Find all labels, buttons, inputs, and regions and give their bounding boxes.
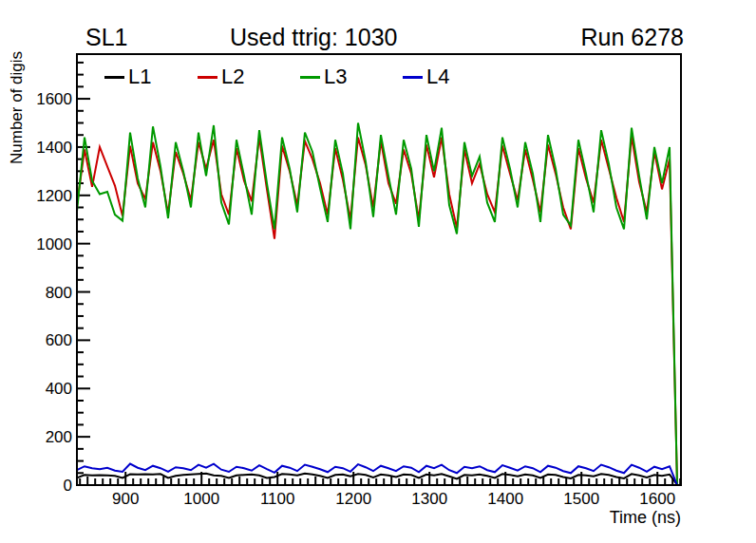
x-tick-label: 1200 (335, 490, 371, 508)
y-tick-label: 800 (46, 284, 72, 302)
legend-entry-l2: L2 (198, 65, 244, 89)
y-tick-label: 400 (46, 380, 72, 398)
legend-label-l2: L2 (221, 65, 244, 89)
x-tick-label: 1300 (411, 490, 447, 508)
x-tick-label: 1400 (487, 490, 523, 508)
legend-entry-l3: L3 (300, 65, 347, 89)
pad-title: Used ttrig: 1030 (230, 24, 398, 51)
y-tick-label: 1400 (36, 139, 72, 157)
y-tick-label: 1000 (36, 235, 72, 253)
legend-marker-l2-icon (198, 76, 217, 79)
legend-marker-l3-icon (300, 76, 320, 79)
x-tick-label: 1500 (563, 490, 599, 508)
root-canvas: 0200400600800100012001400160090010001100… (0, 0, 756, 543)
x-tick-label: 1100 (260, 490, 295, 508)
plot-frame (77, 54, 681, 485)
y-tick-label: 200 (46, 428, 72, 446)
y-axis-title: Number of digis (8, 51, 27, 164)
axis-ticks (78, 63, 680, 485)
legend-label-l3: L3 (324, 65, 347, 89)
legend: L1 L2 L3 L4 (0, 65, 756, 89)
x-tick-label: 1600 (639, 490, 675, 508)
legend-label-l4: L4 (426, 65, 449, 89)
y-tick-label: 1200 (36, 187, 72, 205)
y-tick-label: 600 (46, 331, 72, 349)
legend-marker-l4-icon (403, 76, 423, 79)
legend-marker-l1-icon (104, 76, 124, 79)
legend-entry-l1: L1 (104, 65, 151, 89)
data-series (77, 123, 677, 486)
legend-label-l1: L1 (128, 65, 151, 89)
run-number-title: Run 6278 (581, 24, 684, 51)
series-line-l3 (77, 123, 677, 486)
y-tick-label: 0 (64, 477, 72, 495)
x-tick-label: 1000 (183, 490, 219, 508)
x-axis-title: Time (ns) (610, 508, 681, 528)
series-line-l2 (77, 137, 677, 484)
chamber-title: SL1 (85, 24, 127, 51)
y-tick-label: 1600 (36, 90, 72, 108)
x-tick-label: 900 (112, 490, 139, 508)
legend-entry-l4: L4 (403, 65, 449, 89)
